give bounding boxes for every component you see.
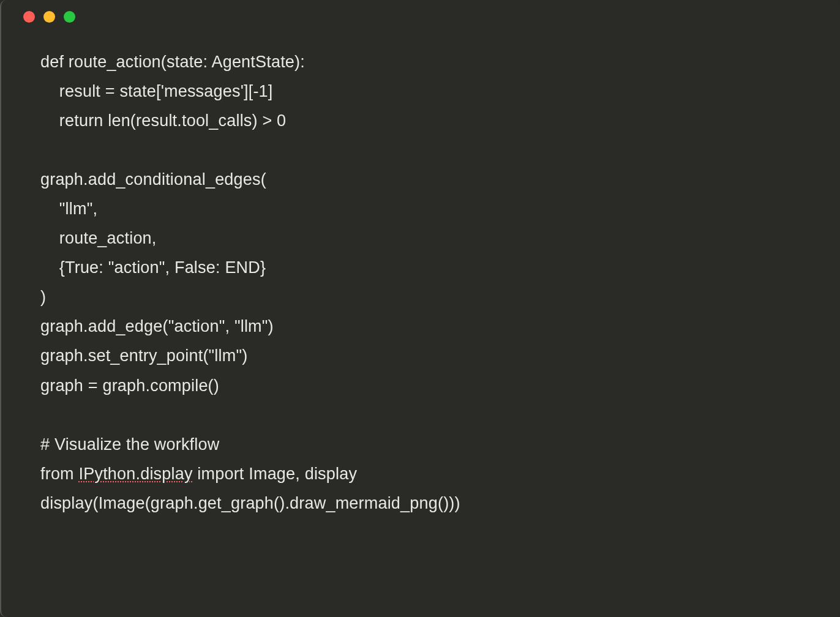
code-line: graph.set_entry_point("llm") bbox=[40, 341, 822, 370]
spellcheck-underline: IPython.display bbox=[79, 465, 193, 483]
code-line bbox=[40, 400, 822, 430]
code-line bbox=[40, 135, 822, 165]
titlebar bbox=[1, 0, 840, 29]
code-line: "llm", bbox=[40, 194, 822, 223]
maximize-icon[interactable] bbox=[64, 11, 75, 23]
code-line: def route_action(state: AgentState): bbox=[40, 47, 822, 77]
code-line: route_action, bbox=[40, 223, 822, 253]
code-line-with-spellcheck: from IPython.display import Image, displ… bbox=[40, 459, 822, 488]
code-line: display(Image(graph.get_graph().draw_mer… bbox=[40, 488, 822, 518]
code-window: def route_action(state: AgentState): res… bbox=[0, 0, 840, 617]
code-line: {True: "action", False: END} bbox=[40, 253, 822, 282]
code-line: graph = graph.compile() bbox=[40, 371, 822, 400]
minimize-icon[interactable] bbox=[43, 11, 55, 23]
code-line: return len(result.tool_calls) > 0 bbox=[40, 106, 822, 135]
close-icon[interactable] bbox=[23, 11, 35, 23]
code-text: from bbox=[40, 465, 79, 483]
code-text: import Image, display bbox=[193, 465, 358, 483]
code-line: graph.add_conditional_edges( bbox=[40, 165, 822, 194]
code-line: graph.add_edge("action", "llm") bbox=[40, 312, 822, 341]
code-editor[interactable]: def route_action(state: AgentState): res… bbox=[1, 29, 840, 536]
code-line: ) bbox=[40, 282, 822, 312]
code-line: # Visualize the workflow bbox=[40, 430, 822, 459]
code-line: result = state['messages'][-1] bbox=[40, 77, 822, 106]
